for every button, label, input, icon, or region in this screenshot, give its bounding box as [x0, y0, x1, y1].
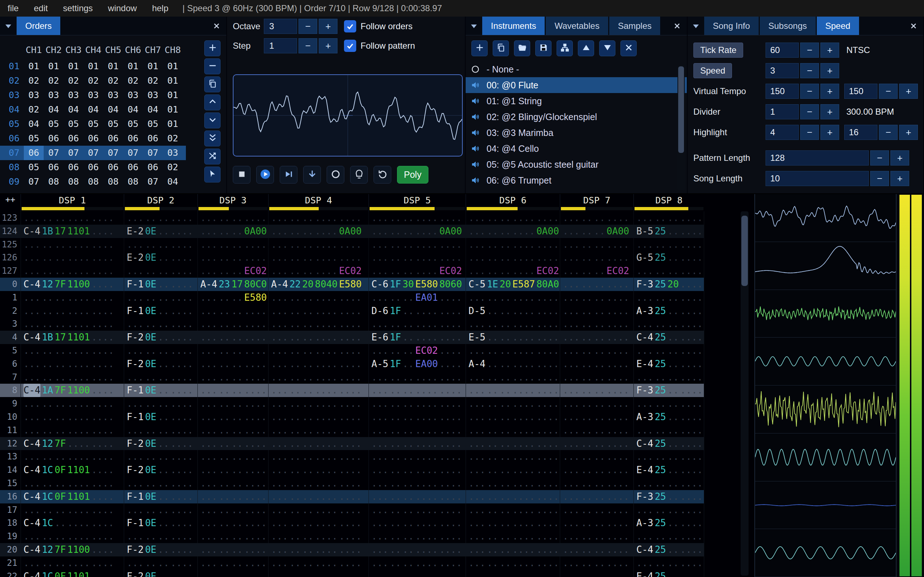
tab-samples[interactable]: Samples [609, 16, 660, 35]
pattern-cell[interactable]: ............... [21, 556, 124, 570]
pattern-cell[interactable]: C-41C0F1101.... [21, 570, 124, 577]
instrument-item[interactable]: 01: @1 String [465, 93, 687, 109]
order-cell[interactable]: 08 [44, 174, 63, 189]
orders-close-icon[interactable] [207, 16, 226, 35]
virtual-tempo-den-increase-button[interactable]: + [899, 84, 918, 99]
pattern-cell[interactable]: ........... [633, 450, 704, 463]
pattern-cell[interactable]: ............... [368, 384, 465, 397]
virtual-tempo-num-increase-button[interactable]: + [821, 84, 839, 99]
channel-header[interactable]: DSP 2 [124, 194, 197, 211]
pattern-cell[interactable]: ........... [197, 556, 268, 570]
order-cell[interactable]: 05 [103, 117, 123, 131]
pattern-cell[interactable]: ............... [268, 344, 368, 357]
pattern-cell[interactable]: .......EC02 [560, 264, 633, 278]
menu-item-file[interactable]: file [0, 0, 26, 16]
channel-header[interactable]: DSP 1 [21, 194, 124, 211]
pattern-cell[interactable]: ............... [465, 503, 560, 517]
pattern-cell[interactable]: ............... [465, 238, 560, 251]
tick-rate-button[interactable]: Tick Rate [693, 43, 743, 58]
pattern-cell[interactable]: ........... [124, 424, 197, 437]
remove-order-button[interactable] [204, 58, 221, 74]
pattern-cell[interactable]: ............... [21, 410, 124, 424]
pattern-cell[interactable]: ........... [124, 264, 197, 278]
order-cell[interactable]: 04 [123, 102, 143, 117]
pattern-cell[interactable]: ........... [124, 291, 197, 305]
channel-name[interactable]: DSP 4 [268, 195, 368, 206]
instrument-list-scrollbar[interactable] [677, 65, 685, 190]
pattern-cell[interactable]: ............... [368, 397, 465, 410]
pattern-cell[interactable]: ............... [465, 211, 560, 225]
order-row[interactable]: 080506060606060602 [0, 160, 186, 174]
pattern-cell[interactable]: C-41B171101.... [21, 331, 124, 344]
pattern-cell[interactable]: ........... [560, 437, 633, 450]
virtual-tempo-den-decrease-button[interactable]: − [879, 84, 898, 99]
pattern-cell[interactable]: C-4127F1100.... [21, 278, 124, 291]
pattern-cell[interactable]: F-20E...... [124, 357, 197, 371]
pattern-cell[interactable]: F-325...... [633, 384, 704, 397]
order-row[interactable]: 010101010101010101 [0, 59, 186, 74]
pattern-cell[interactable]: C-4127F........ [21, 437, 124, 450]
pattern-cell[interactable]: ............... [465, 410, 560, 424]
pattern-cell[interactable]: ........... [124, 371, 197, 384]
pattern-cell[interactable]: ........... [197, 397, 268, 410]
order-cell[interactable]: 03 [44, 88, 63, 102]
order-cell[interactable]: 02 [83, 74, 103, 88]
pattern-cell[interactable]: F-10E...... [124, 516, 197, 530]
order-cell[interactable]: 07 [143, 174, 163, 189]
order-cell[interactable]: 01 [83, 59, 103, 74]
pattern-cell[interactable]: E-61F.......... [368, 331, 465, 344]
pattern-cell[interactable]: ............... [465, 516, 560, 530]
pattern-cell[interactable]: F-20E...... [124, 570, 197, 577]
pattern-cell[interactable]: ........... [560, 371, 633, 384]
pattern-cell[interactable]: ........... [197, 344, 268, 357]
pattern-cell[interactable]: ............... [268, 397, 368, 410]
pattern-cell[interactable]: E-425...... [633, 463, 704, 477]
pattern-cell[interactable]: ............... [268, 503, 368, 517]
order-change-mode-button[interactable] [204, 148, 221, 164]
pattern-cell[interactable]: ............... [368, 318, 465, 331]
highlight-first-increase-button[interactable]: + [821, 125, 839, 140]
instrument-item[interactable]: 04: @4 Cello [465, 141, 687, 156]
pattern-cell[interactable]: ............... [465, 490, 560, 503]
pattern-cell[interactable]: ...........0A00 [368, 225, 465, 238]
pattern-cell[interactable]: ...........0A00 [465, 225, 560, 238]
pattern-cell[interactable]: ............... [368, 463, 465, 477]
order-cell[interactable]: 06 [44, 131, 63, 146]
pattern-cell[interactable]: F-20E...... [124, 463, 197, 477]
pattern-cell[interactable]: ............... [268, 424, 368, 437]
octave-decrease-button[interactable]: − [299, 19, 317, 34]
order-cell[interactable]: 03 [24, 88, 44, 102]
pattern-cell[interactable]: ............... [368, 437, 465, 450]
pattern-cell[interactable]: ........... [560, 490, 633, 503]
pattern-cell[interactable]: ............... [268, 251, 368, 264]
pattern-scrollbar[interactable] [741, 211, 749, 575]
pattern-cell[interactable]: ............... [268, 238, 368, 251]
order-cell[interactable]: 06 [63, 131, 83, 146]
song-length-decrease-button[interactable]: − [870, 171, 889, 186]
pattern-cell[interactable]: ........... [633, 291, 704, 305]
pattern-length-decrease-button[interactable]: − [870, 150, 889, 166]
pattern-cell[interactable]: ........... [197, 357, 268, 371]
pattern-cell[interactable]: ............... [21, 477, 124, 490]
order-cell[interactable]: 04 [103, 102, 123, 117]
order-cell[interactable]: 07 [83, 146, 103, 160]
duplicate-order-end-button[interactable] [204, 131, 221, 147]
move-order-up-button[interactable] [204, 95, 221, 110]
move-instrument-up-button[interactable] [578, 40, 594, 56]
pattern-cell[interactable]: ............... [268, 556, 368, 570]
order-cell[interactable]: 05 [123, 117, 143, 131]
pattern-cell[interactable]: ........... [633, 424, 704, 437]
pattern-cell[interactable]: ............... [368, 424, 465, 437]
order-cell[interactable]: 01 [163, 74, 183, 88]
order-cell[interactable]: 01 [143, 59, 163, 74]
pattern-cell[interactable]: ........... [633, 318, 704, 331]
pattern-cell[interactable]: B-525...... [633, 225, 704, 238]
tick-rate-increase-button[interactable]: + [821, 43, 839, 58]
pattern-cell[interactable]: ........... [197, 503, 268, 517]
order-cell[interactable]: 03 [143, 88, 163, 102]
pattern-cell[interactable]: ........... [560, 278, 633, 291]
pattern-cell[interactable]: .......EC02.... [368, 344, 465, 357]
pattern-cell[interactable]: ........... [197, 238, 268, 251]
octave-increase-button[interactable]: + [319, 19, 338, 34]
pattern-cell[interactable]: ........... [560, 344, 633, 357]
